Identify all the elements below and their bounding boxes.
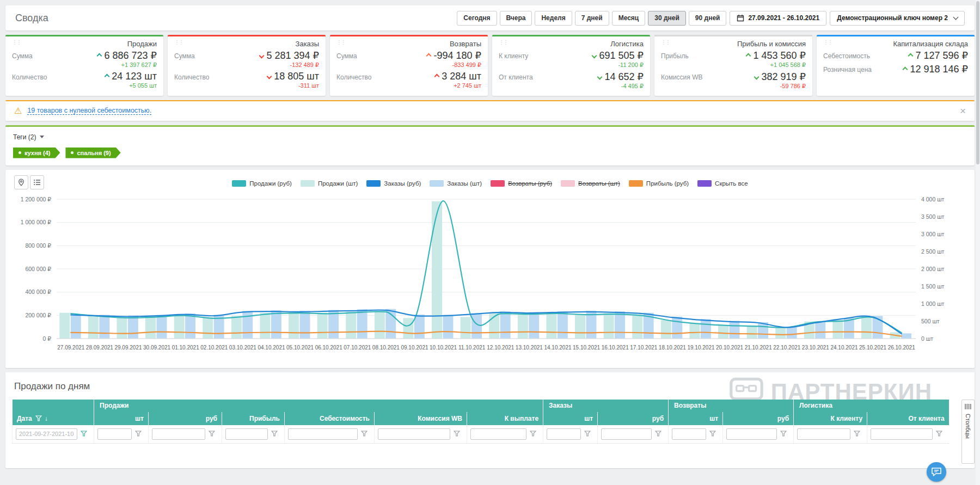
scrollbar-thumb[interactable] [976,1,979,164]
column-header-5[interactable]: Комиссия WB [375,412,467,425]
legend-label: Продажи (руб) [249,180,292,187]
column-header-11[interactable]: К клиенту [794,412,867,425]
column-header-0[interactable]: Дата↓ [13,412,94,425]
tag-dot-icon [71,151,74,154]
legend-item-5[interactable]: Возвраты (шт) [561,180,620,187]
drag-handle-icon[interactable]: ⋮⋮ [336,40,345,45]
column-header-2[interactable]: руб [149,412,222,425]
kpi-stat-row: Розничная цена12 918 146 ₽ [823,63,968,75]
column-header-8[interactable]: руб [598,412,669,425]
tags-toggle[interactable]: Теги (2) [13,133,44,141]
column-header-12[interactable]: От клиента [867,412,949,425]
legend-swatch [697,180,712,187]
tag-pill-1[interactable]: спальня (9) [65,148,120,158]
zero-cost-warning-link[interactable]: 19 товаров с нулевой себестоимостью. [27,107,151,115]
filter-funnel-icon[interactable] [655,431,661,437]
period-button-5[interactable]: 30 дней [648,11,686,26]
pin-icon [17,179,25,186]
close-icon[interactable]: × [960,106,966,116]
filter-input-5[interactable] [378,428,450,440]
filter-input-4[interactable] [288,428,358,440]
filter-funnel-icon[interactable] [780,431,787,437]
svg-text:21.10.2021: 21.10.2021 [745,345,772,351]
kpi-delta: -11 200 ₽ [592,62,644,69]
list-toggle-button[interactable] [30,175,44,189]
api-key-dropdown[interactable]: Демонстрационный ключ номер 2 [830,11,965,26]
kpi-stat-value-block: 1 453 560 ₽+1 045 568 ₽ [746,50,806,69]
column-header-9[interactable]: шт [669,412,723,425]
drag-handle-icon[interactable]: ⋮⋮ [174,40,183,45]
tag-pill-0[interactable]: кухня (4) [13,148,60,158]
filter-input-7[interactable] [547,428,581,440]
columns-panel-toggle[interactable]: Столбцы [961,400,975,464]
date-range-button[interactable]: 27.09.2021 - 26.10.2021 [730,11,826,26]
chat-button[interactable] [927,462,946,482]
svg-text:4 000 шт: 4 000 шт [921,195,945,202]
period-button-4[interactable]: Месяц [612,11,646,26]
filter-funnel-icon[interactable] [709,431,716,437]
column-header-label: Прибыль [249,415,280,422]
period-button-2[interactable]: Неделя [535,11,572,26]
filter-input-10[interactable] [726,428,777,440]
legend-item-3[interactable]: Заказы (шт) [430,180,482,187]
filter-input-8[interactable] [601,428,652,440]
column-header-1[interactable]: шт [94,412,149,425]
kpi-stat-value-block: 382 919 ₽-59 786 ₽ [755,71,806,90]
legend-label: Скрыть все [715,180,748,187]
filter-funnel-icon[interactable] [135,431,142,437]
legend-item-0[interactable]: Продажи (руб) [232,180,292,187]
header-filter-icon[interactable] [35,415,42,421]
pin-toggle-button[interactable] [14,175,28,189]
filter-input-12[interactable] [871,428,933,440]
column-header-10[interactable]: руб [723,412,794,425]
filter-funnel-icon[interactable] [81,431,87,437]
legend-label: Возвраты (руб) [508,180,552,187]
kpi-row-label: Розничная цена [823,63,872,73]
filter-funnel-icon[interactable] [361,431,367,437]
filter-funnel-icon[interactable] [271,431,278,437]
filter-input-2[interactable] [152,428,205,440]
group-header-0 [13,400,94,412]
kpi-row-label: Прибыль [661,50,689,60]
filter-input-9[interactable] [672,428,706,440]
kpi-value: 5 281 394 ₽ [266,50,319,61]
column-header-6[interactable]: К выплате [467,412,543,425]
legend-item-4[interactable]: Возвраты (руб) [491,180,552,187]
legend-item-2[interactable]: Заказы (руб) [366,180,421,187]
period-button-1[interactable]: Вчера [500,11,532,26]
filter-funnel-icon[interactable] [584,431,591,437]
filter-input-6[interactable] [470,428,526,440]
legend-swatch [301,180,315,187]
period-button-6[interactable]: 90 дней [689,11,727,26]
filter-input-3[interactable] [225,428,268,440]
drag-handle-icon[interactable]: ⋮⋮ [661,40,670,45]
kpi-row-label: К клиенту [499,50,528,60]
svg-text:03.10.2021: 03.10.2021 [229,345,256,351]
filter-input-1[interactable] [97,428,132,440]
column-header-3[interactable]: Прибыль [222,412,285,425]
filter-funnel-icon[interactable] [854,431,860,437]
legend-item-hide-all[interactable]: Скрыть все [697,180,748,187]
drag-handle-icon[interactable]: ⋮⋮ [499,40,507,45]
sort-desc-icon[interactable]: ↓ [45,415,48,422]
filter-funnel-icon[interactable] [936,431,942,437]
kpi-stat-row: Количество24 123 шт+5 055 шт [12,71,157,90]
filter-input-0[interactable] [16,428,77,440]
drag-handle-icon[interactable]: ⋮⋮ [823,40,832,45]
filter-funnel-icon[interactable] [530,431,536,437]
filter-input-11[interactable] [797,428,850,440]
column-header-4[interactable]: Себестоимость [285,412,375,425]
period-button-3[interactable]: 7 дней [575,11,609,26]
filter-funnel-icon[interactable] [209,431,215,437]
warning-banner: ⚠ 19 товаров с нулевой себестоимостью. × [5,100,975,121]
kpi-row-label: От клиента [499,71,533,81]
column-header-7[interactable]: шт [543,412,598,425]
page-scrollbar[interactable] [976,0,980,485]
legend-swatch [430,180,444,187]
drag-handle-icon[interactable]: ⋮⋮ [12,40,21,45]
legend-item-1[interactable]: Продажи (шт) [301,180,358,187]
period-button-0[interactable]: Сегодня [457,11,497,26]
tag-label: спальня (9) [77,150,111,156]
filter-funnel-icon[interactable] [454,431,460,437]
legend-item-6[interactable]: Прибыль (руб) [629,180,689,187]
